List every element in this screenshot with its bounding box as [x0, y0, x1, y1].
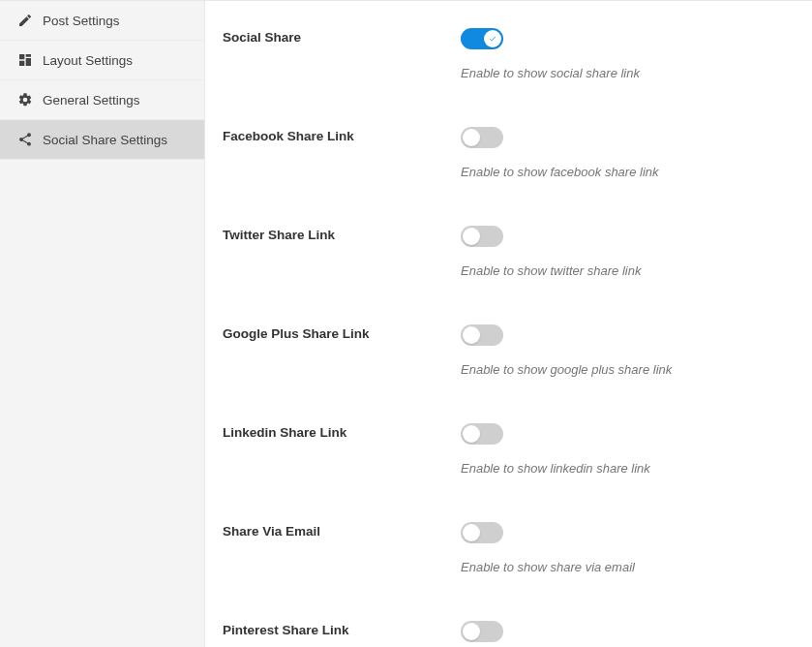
setting-label: Facebook Share Link — [223, 127, 461, 143]
sidebar-item-layout-settings[interactable]: Layout Settings — [0, 41, 204, 80]
toggle-email-share[interactable] — [461, 522, 503, 543]
setting-desc: Enable to show linkedin share link — [461, 461, 795, 476]
setting-label: Pinterest Share Link — [223, 621, 461, 637]
toggle-linkedin-share[interactable] — [461, 423, 503, 445]
sidebar-item-social-share-settings[interactable]: Social Share Settings — [0, 120, 204, 160]
gear-icon — [17, 92, 33, 108]
setting-email-share: Share Via Email Enable to show share via… — [223, 522, 795, 574]
sidebar: Post Settings Layout Settings General Se… — [0, 1, 205, 647]
setting-desc: Enable to show social share link — [461, 66, 795, 80]
setting-pinterest-share: Pinterest Share Link Enable to show pint… — [223, 621, 795, 647]
setting-control: Enable to show twitter share link — [461, 226, 795, 278]
setting-control: Enable to show pinterest share link — [461, 621, 795, 647]
toggle-knob — [463, 623, 480, 640]
setting-control: Enable to show facebook share link — [461, 127, 795, 179]
toggle-knob — [463, 228, 480, 245]
toggle-knob — [484, 30, 501, 47]
toggle-knob — [463, 326, 480, 344]
setting-label: Google Plus Share Link — [223, 324, 461, 341]
setting-label: Share Via Email — [223, 522, 461, 539]
toggle-twitter-share[interactable] — [461, 226, 503, 247]
check-icon — [489, 35, 496, 43]
setting-control: Enable to show share via email — [461, 522, 795, 574]
setting-control: Enable to show google plus share link — [461, 324, 795, 377]
sidebar-item-label: General Settings — [43, 93, 140, 108]
toggle-facebook-share[interactable] — [461, 127, 503, 148]
settings-page: Post Settings Layout Settings General Se… — [0, 0, 812, 647]
setting-label: Linkedin Share Link — [223, 423, 461, 440]
sidebar-item-label: Post Settings — [43, 14, 120, 28]
toggle-knob — [463, 129, 480, 146]
layout-icon — [17, 52, 33, 68]
toggle-knob — [463, 425, 480, 443]
setting-desc: Enable to show facebook share link — [461, 165, 795, 179]
setting-linkedin-share: Linkedin Share Link Enable to show linke… — [223, 423, 795, 476]
setting-facebook-share: Facebook Share Link Enable to show faceb… — [223, 127, 795, 179]
setting-label: Twitter Share Link — [223, 226, 461, 242]
sidebar-item-general-settings[interactable]: General Settings — [0, 80, 204, 120]
setting-desc: Enable to show twitter share link — [461, 263, 795, 278]
setting-control: Enable to show social share link — [461, 28, 795, 80]
sidebar-item-post-settings[interactable]: Post Settings — [0, 1, 204, 41]
setting-twitter-share: Twitter Share Link Enable to show twitte… — [223, 226, 795, 278]
setting-desc: Enable to show google plus share link — [461, 362, 795, 377]
setting-googleplus-share: Google Plus Share Link Enable to show go… — [223, 324, 795, 377]
setting-label: Social Share — [223, 28, 461, 45]
edit-icon — [17, 13, 33, 28]
setting-control: Enable to show linkedin share link — [461, 423, 795, 476]
toggle-googleplus-share[interactable] — [461, 324, 503, 346]
toggle-knob — [463, 524, 480, 541]
toggle-pinterest-share[interactable] — [461, 621, 503, 642]
sidebar-item-label: Social Share Settings — [43, 133, 167, 147]
toggle-social-share[interactable] — [461, 28, 503, 49]
settings-content: Social Share Enable to show social share… — [205, 1, 812, 647]
setting-social-share: Social Share Enable to show social share… — [223, 28, 795, 80]
setting-desc: Enable to show share via email — [461, 560, 795, 574]
sidebar-item-label: Layout Settings — [43, 53, 133, 68]
share-icon — [17, 132, 33, 147]
